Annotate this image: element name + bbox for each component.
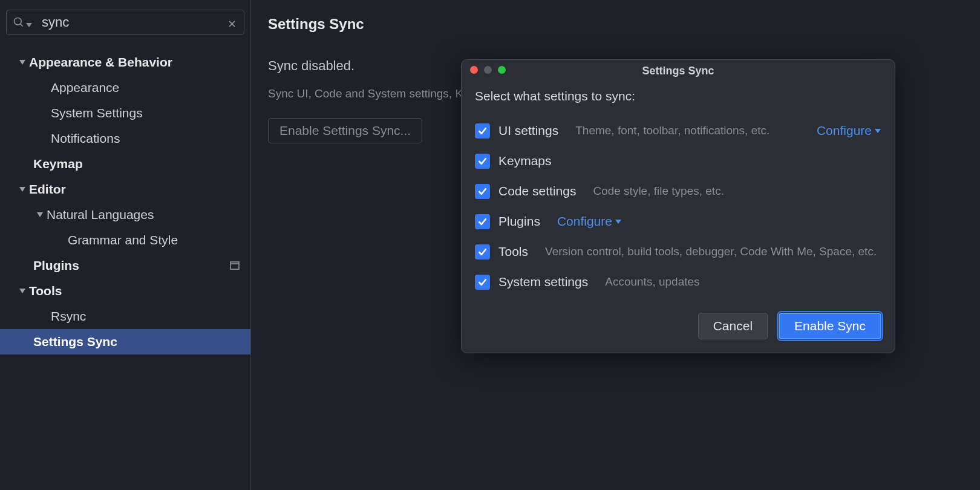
sidebar-item-label: Tools [29, 284, 250, 298]
sync-option-keymaps: Keymaps [475, 146, 881, 176]
option-label: UI settings [498, 123, 558, 138]
window-icon [230, 258, 240, 273]
search-icon [13, 16, 25, 28]
option-label: Keymaps [498, 154, 552, 168]
dialog-title: Settings Sync [642, 65, 714, 77]
svg-line-1 [21, 24, 23, 27]
sidebar-item-appearance-behavior[interactable]: Appearance & Behavior [0, 50, 250, 75]
checkbox[interactable] [475, 244, 490, 260]
sidebar-item-label: Plugins [33, 258, 230, 273]
sidebar-item-label: Editor [29, 182, 250, 197]
sidebar-item-label: Appearance [51, 80, 250, 95]
dialog-buttons: Cancel Enable Sync [462, 302, 895, 353]
clear-icon[interactable]: ✕ [227, 18, 237, 31]
settings-sidebar: ✕ Appearance & BehaviorAppearanceSystem … [0, 0, 251, 490]
sidebar-item-label: Rsync [51, 309, 250, 324]
cancel-button[interactable]: Cancel [698, 313, 768, 339]
close-icon[interactable] [470, 66, 478, 74]
chevron-down-icon [16, 186, 29, 192]
settings-sync-dialog: Settings Sync Select what settings to sy… [461, 59, 895, 353]
sync-option-system-settings: System settingsAccounts, updates [475, 267, 881, 297]
enable-settings-sync-button[interactable]: Enable Settings Sync... [268, 118, 422, 143]
sync-option-ui-settings: UI settingsTheme, font, toolbar, notific… [475, 116, 881, 146]
settings-tree: Appearance & BehaviorAppearanceSystem Se… [0, 42, 250, 354]
sidebar-item-grammar-and-style[interactable]: Grammar and Style [0, 227, 250, 253]
zoom-icon[interactable] [498, 66, 506, 74]
checkbox[interactable] [475, 123, 490, 139]
sidebar-item-label: Notifications [51, 131, 250, 146]
sidebar-item-notifications[interactable]: Notifications [0, 126, 250, 151]
sidebar-item-label: Appearance & Behavior [29, 55, 250, 70]
chevron-down-icon [16, 288, 29, 294]
sidebar-item-label: System Settings [51, 106, 250, 120]
search-box[interactable]: ✕ [6, 10, 244, 35]
sidebar-item-keymap[interactable]: Keymap [0, 151, 250, 177]
sync-option-plugins: PluginsConfigure [475, 206, 881, 237]
sidebar-item-editor[interactable]: Editor [0, 177, 250, 202]
option-label: Plugins [498, 214, 540, 229]
sidebar-item-plugins[interactable]: Plugins [0, 253, 250, 278]
option-label: Tools [498, 244, 528, 259]
checkbox[interactable] [475, 214, 490, 229]
sidebar-item-label: Keymap [33, 157, 250, 171]
sync-option-code-settings: Code settingsCode style, file types, etc… [475, 176, 881, 206]
checkbox[interactable] [475, 184, 490, 199]
page-title: Settings Sync [268, 16, 963, 33]
svg-rect-2 [230, 262, 239, 269]
configure-link[interactable]: Configure [557, 214, 622, 229]
dialog-titlebar: Settings Sync [462, 60, 895, 82]
chevron-down-icon [26, 19, 32, 30]
sidebar-item-settings-sync[interactable]: Settings Sync [0, 329, 250, 354]
configure-link[interactable]: Configure [817, 123, 881, 138]
option-label: Code settings [498, 184, 576, 198]
chevron-down-icon [33, 212, 47, 218]
option-hint: Version control, build tools, debugger, … [545, 245, 877, 258]
checkbox[interactable] [475, 275, 490, 290]
dialog-body: Select what settings to sync: UI setting… [462, 82, 895, 302]
option-hint: Theme, font, toolbar, notifications, etc… [575, 124, 769, 137]
enable-sync-button[interactable]: Enable Sync [779, 313, 881, 339]
dialog-heading: Select what settings to sync: [475, 89, 881, 103]
svg-point-0 [15, 18, 22, 25]
option-label: System settings [498, 275, 588, 289]
sync-option-tools: ToolsVersion control, build tools, debug… [475, 237, 881, 267]
sidebar-item-tools[interactable]: Tools [0, 278, 250, 304]
option-hint: Code style, file types, etc. [593, 185, 724, 198]
checkbox[interactable] [475, 154, 490, 169]
option-hint: Accounts, updates [605, 275, 699, 289]
window-controls [470, 66, 506, 74]
sidebar-item-natural-languages[interactable]: Natural Languages [0, 202, 250, 227]
sidebar-item-rsync[interactable]: Rsync [0, 304, 250, 329]
sidebar-item-appearance[interactable]: Appearance [0, 75, 250, 100]
sidebar-item-label: Grammar and Style [68, 233, 250, 247]
minimize-icon[interactable] [484, 66, 492, 74]
search-wrap: ✕ [0, 0, 250, 42]
sidebar-item-system-settings[interactable]: System Settings [0, 100, 250, 126]
sidebar-item-label: Natural Languages [47, 207, 250, 222]
chevron-down-icon [16, 59, 29, 65]
sidebar-item-label: Settings Sync [33, 335, 250, 349]
search-input[interactable] [7, 10, 244, 34]
